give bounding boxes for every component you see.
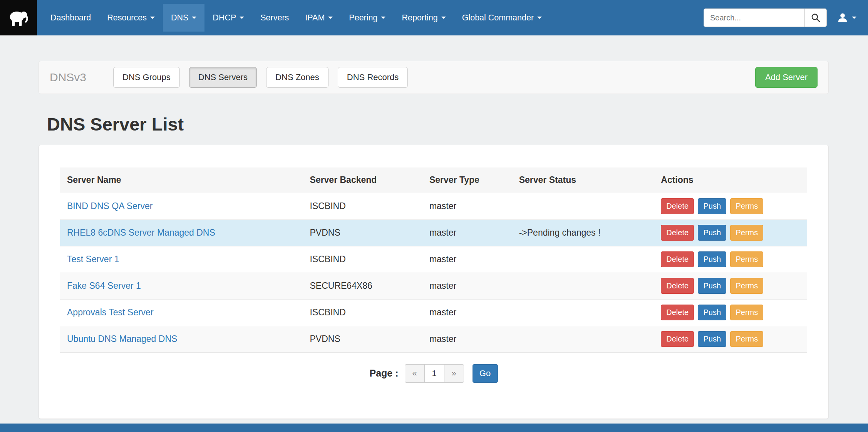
add-server-button[interactable]: Add Server [755,67,818,88]
nav-item-global-commander[interactable]: Global Commander [454,4,550,32]
perms-button[interactable]: Perms [730,198,763,214]
delete-button[interactable]: Delete [661,305,694,320]
chevron-down-icon [328,17,333,19]
server-name-link[interactable]: BIND DNS QA Server [67,201,152,211]
delete-button[interactable]: Delete [661,198,694,214]
pagination: Page : « » Go [60,364,807,383]
page-label: Page : [369,368,398,379]
perms-button[interactable]: Perms [730,305,763,320]
nav-label: Servers [260,13,289,23]
tab-dns-servers[interactable]: DNS Servers [189,67,257,88]
cell-type: master [422,246,512,273]
page-number-input[interactable] [424,364,444,383]
table-row: Approvals Test Server ISCBIND master Del… [60,299,807,326]
nav-item-resources[interactable]: Resources [99,4,163,32]
col-header-server-name: Server Name [60,167,303,193]
table-row: Ubuntu DNS Managed DNS PVDNS master Dele… [60,326,807,352]
cell-status [512,273,654,299]
push-button[interactable]: Push [698,278,726,294]
brand-logo[interactable] [0,0,37,35]
prev-page-button[interactable]: « [405,364,425,383]
server-name-link[interactable]: RHEL8 6cDNS Server Managed DNS [67,228,215,238]
cell-type: master [422,299,512,326]
push-button[interactable]: Push [698,331,726,347]
chevron-down-icon [852,17,856,19]
delete-button[interactable]: Delete [661,331,694,347]
dnsv3-title: DNSv3 [50,71,86,84]
cell-status: ->Pending changes ! [512,219,654,246]
nav-item-reporting[interactable]: Reporting [394,4,454,32]
delete-button[interactable]: Delete [661,251,694,267]
perms-button[interactable]: Perms [730,331,763,347]
top-navbar: Dashboard Resources DNS DHCP Servers IPA… [0,0,868,35]
nav-label: Peering [349,13,377,23]
nav-item-servers[interactable]: Servers [252,4,297,32]
go-button[interactable]: Go [473,364,498,383]
chevron-down-icon [537,17,542,19]
navbar-right [704,8,868,27]
main-nav: Dashboard Resources DNS DHCP Servers IPA… [42,0,550,35]
cell-status [512,326,654,352]
push-button[interactable]: Push [698,225,726,241]
col-header-server-type: Server Type [422,167,512,193]
search-input[interactable] [704,8,804,27]
user-menu[interactable] [837,12,856,23]
delete-button[interactable]: Delete [661,278,694,294]
user-icon [837,12,848,23]
mammoth-logo-icon [5,5,32,31]
server-name-link[interactable]: Test Server 1 [67,254,119,264]
table-header-row: Server Name Server Backend Server Type S… [60,167,807,193]
perms-button[interactable]: Perms [730,225,763,241]
cell-type: master [422,219,512,246]
server-name-link[interactable]: Approvals Test Server [67,307,154,317]
table-row: BIND DNS QA Server ISCBIND master Delete… [60,193,807,219]
server-name-link[interactable]: Fake S64 Server 1 [67,281,141,291]
search-icon [811,13,821,23]
nav-item-dhcp[interactable]: DHCP [204,4,252,32]
push-button[interactable]: Push [698,305,726,320]
table-row: Fake S64 Server 1 SECURE64X86 master Del… [60,273,807,299]
chevron-down-icon [381,17,385,19]
dnsv3-toolbar: DNSv3 DNS Groups DNS Servers DNS Zones D… [39,61,829,94]
tab-dns-zones[interactable]: DNS Zones [266,67,328,88]
perms-button[interactable]: Perms [730,251,763,267]
chevron-down-icon [150,17,155,19]
nav-item-ipam[interactable]: IPAM [297,4,341,32]
nav-item-dashboard[interactable]: Dashboard [42,4,99,32]
nav-item-peering[interactable]: Peering [341,4,394,32]
col-header-server-backend: Server Backend [303,167,422,193]
tab-dns-groups[interactable]: DNS Groups [113,67,180,88]
server-list-panel: Server Name Server Backend Server Type S… [39,145,829,419]
nav-label: Reporting [402,13,437,23]
push-button[interactable]: Push [698,198,726,214]
cell-status [512,246,654,273]
cell-backend: PVDNS [303,219,422,246]
chevron-down-icon [441,17,446,19]
push-button[interactable]: Push [698,251,726,267]
perms-button[interactable]: Perms [730,278,763,294]
search-group [704,8,827,27]
next-page-button[interactable]: » [444,364,464,383]
page-container: DNSv3 DNS Groups DNS Servers DNS Zones D… [39,61,829,419]
server-name-link[interactable]: Ubuntu DNS Managed DNS [67,334,177,344]
cell-backend: SECURE64X86 [303,273,422,299]
col-header-actions: Actions [654,167,807,193]
tab-dns-records[interactable]: DNS Records [338,67,408,88]
chevron-down-icon [240,17,244,19]
cell-backend: ISCBIND [303,246,422,273]
cell-status [512,299,654,326]
search-button[interactable] [804,8,827,27]
col-header-server-status: Server Status [512,167,654,193]
nav-label: Resources [107,13,147,23]
delete-button[interactable]: Delete [661,225,694,241]
cell-type: master [422,193,512,219]
nav-label: IPAM [305,13,325,23]
nav-label: Global Commander [462,13,534,23]
cell-backend: ISCBIND [303,193,422,219]
dns-server-table: Server Name Server Backend Server Type S… [60,167,807,353]
nav-label: DNS [171,13,188,23]
footer-bar [0,424,868,432]
cell-type: master [422,326,512,352]
cell-type: master [422,273,512,299]
nav-item-dns[interactable]: DNS [163,4,204,32]
